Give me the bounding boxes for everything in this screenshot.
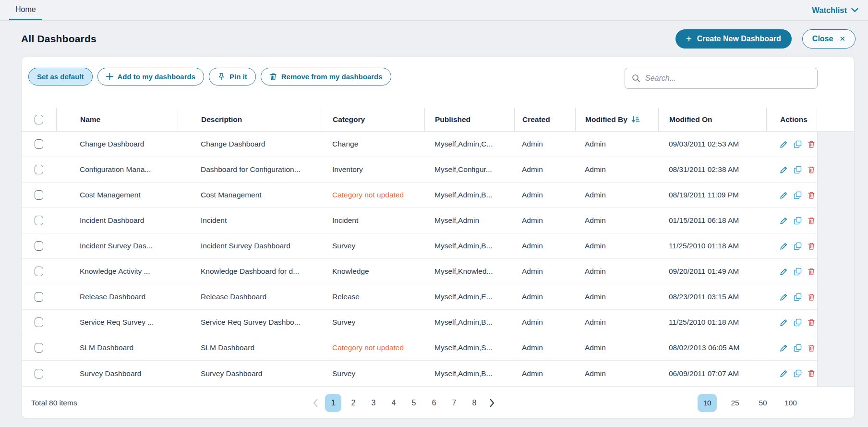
cell-modified-by: Admin [575, 191, 658, 199]
sort-descending-icon[interactable] [631, 116, 639, 123]
edit-icon[interactable] [780, 268, 788, 276]
cell-category: Change [319, 140, 424, 148]
edit-icon[interactable] [780, 344, 788, 352]
watchlist-dropdown[interactable]: Watchlist [812, 0, 858, 20]
page-number[interactable]: 5 [406, 394, 422, 412]
cell-created: Admin [514, 318, 575, 327]
cell-name: Knowledge Activity ... [56, 267, 178, 276]
edit-icon[interactable] [780, 191, 788, 199]
page-number[interactable]: 7 [446, 394, 462, 412]
close-label: Close [812, 35, 833, 43]
row-checkbox[interactable] [35, 267, 43, 276]
column-header-modified-on[interactable]: Modified On [658, 108, 766, 131]
delete-icon[interactable] [808, 191, 815, 199]
table-row: Configuration Mana... Dashboard for Conf… [22, 157, 817, 183]
remove-from-my-dashboards-button[interactable]: Remove from my dashboards [261, 68, 391, 85]
page-numbers: 12345678 [325, 394, 482, 412]
page-number[interactable]: 8 [466, 394, 482, 412]
cell-created: Admin [514, 267, 575, 276]
delete-icon[interactable] [808, 217, 815, 225]
toolbar: Set as default Add to my dashboards Pin … [22, 57, 854, 108]
column-header-category[interactable]: Category [319, 108, 424, 131]
page-number[interactable]: 3 [365, 394, 382, 412]
page-title: All Dashboards [21, 33, 96, 45]
edit-icon[interactable] [780, 166, 788, 174]
cell-modified-on: 01/15/2011 06:18 AM [658, 216, 766, 225]
copy-icon[interactable] [794, 369, 802, 378]
cell-name: Incident Survey Das... [56, 242, 178, 250]
edit-icon[interactable] [780, 318, 788, 327]
create-new-dashboard-button[interactable]: + Create New Dashboard [675, 29, 792, 49]
column-header-modified-by[interactable]: Modified By [575, 108, 658, 131]
page-number[interactable]: 1 [325, 394, 341, 412]
copy-icon[interactable] [794, 217, 802, 225]
row-checkbox[interactable] [35, 317, 43, 327]
delete-icon[interactable] [808, 293, 815, 301]
cell-name: Cost Management [56, 191, 178, 199]
page-size-option[interactable]: 25 [725, 394, 745, 412]
row-checkbox[interactable] [35, 369, 43, 378]
row-checkbox[interactable] [35, 139, 43, 149]
edit-icon[interactable] [780, 242, 788, 250]
page-size-option[interactable]: 10 [698, 394, 717, 412]
table-right-gutter [817, 132, 854, 386]
copy-icon[interactable] [794, 140, 802, 148]
delete-icon[interactable] [808, 140, 815, 148]
row-checkbox[interactable] [35, 292, 43, 302]
create-new-dashboard-label: Create New Dashboard [697, 35, 781, 43]
page-number[interactable]: 4 [386, 394, 402, 412]
cell-actions [766, 344, 817, 352]
pin-it-button[interactable]: Pin it [209, 68, 256, 85]
cell-published: Myself,Admin,B... [424, 242, 514, 250]
copy-icon[interactable] [794, 318, 802, 327]
column-header-created[interactable]: Created [514, 108, 575, 131]
column-header-name[interactable]: Name [56, 108, 178, 131]
copy-icon[interactable] [794, 268, 802, 276]
delete-icon[interactable] [808, 242, 815, 250]
cell-modified-by: Admin [575, 369, 658, 378]
cell-created: Admin [514, 242, 575, 250]
column-header-description[interactable]: Description [178, 108, 319, 131]
row-checkbox[interactable] [35, 165, 43, 174]
delete-icon[interactable] [808, 369, 815, 378]
row-checkbox[interactable] [35, 216, 43, 225]
copy-icon[interactable] [794, 166, 802, 174]
row-checkbox[interactable] [35, 241, 43, 251]
page-size-option[interactable]: 100 [781, 394, 800, 412]
edit-icon[interactable] [780, 293, 788, 301]
cell-modified-on: 08/19/2011 11:09 PM [658, 191, 766, 199]
edit-icon[interactable] [780, 217, 788, 225]
add-to-my-dashboards-button[interactable]: Add to my dashboards [97, 68, 205, 85]
cell-created: Admin [514, 140, 575, 148]
previous-page-icon[interactable] [310, 399, 321, 407]
select-all-checkbox[interactable] [35, 115, 43, 124]
search-box [625, 68, 818, 89]
copy-icon[interactable] [794, 293, 802, 301]
delete-icon[interactable] [808, 318, 815, 327]
plus-icon [106, 73, 113, 80]
copy-icon[interactable] [794, 191, 802, 199]
pin-icon [217, 73, 225, 81]
cell-created: Admin [514, 216, 575, 225]
edit-icon[interactable] [780, 369, 788, 378]
delete-icon[interactable] [808, 268, 815, 276]
copy-icon[interactable] [794, 344, 802, 352]
column-header-published[interactable]: Published [424, 108, 514, 131]
tab-home[interactable]: Home [9, 0, 42, 20]
cell-modified-by: Admin [575, 140, 658, 148]
search-input[interactable] [645, 74, 810, 83]
edit-icon[interactable] [780, 140, 788, 148]
row-checkbox[interactable] [35, 343, 43, 353]
delete-icon[interactable] [808, 344, 815, 352]
close-button[interactable]: Close ✕ [802, 29, 856, 49]
page-size-option[interactable]: 50 [753, 394, 772, 412]
select-all-cell [22, 108, 56, 131]
delete-icon[interactable] [808, 166, 815, 174]
page-number[interactable]: 2 [345, 394, 362, 412]
table-row: Incident Survey Das... Incident Survey D… [22, 233, 817, 259]
set-as-default-button[interactable]: Set as default [28, 68, 93, 85]
next-page-icon[interactable] [486, 399, 498, 407]
page-number[interactable]: 6 [426, 394, 442, 412]
copy-icon[interactable] [794, 242, 802, 250]
row-checkbox[interactable] [35, 190, 43, 200]
